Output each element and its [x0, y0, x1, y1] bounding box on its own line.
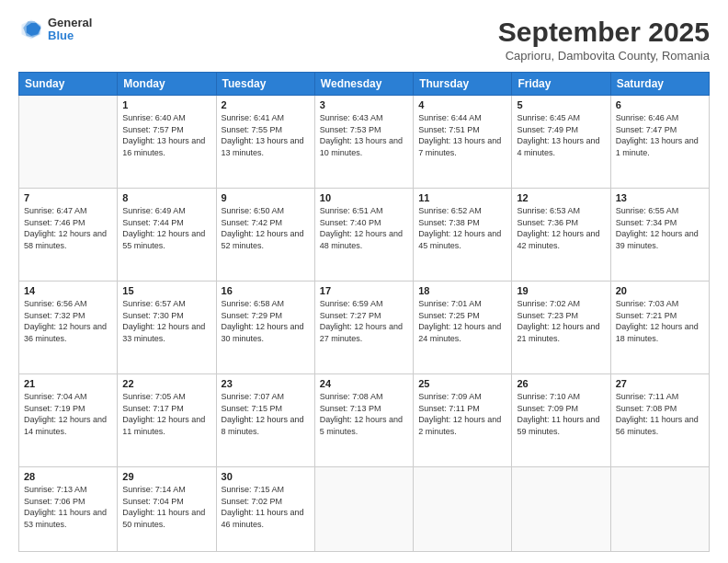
day-info: Sunrise: 7:09 AMSunset: 7:11 PMDaylight:… — [418, 391, 506, 437]
table-row: 4Sunrise: 6:44 AMSunset: 7:51 PMDaylight… — [414, 96, 512, 189]
day-info: Sunrise: 6:43 AMSunset: 7:53 PMDaylight:… — [320, 112, 408, 158]
day-info: Sunrise: 6:58 AMSunset: 7:29 PMDaylight:… — [222, 298, 310, 344]
day-number: 22 — [122, 378, 210, 389]
day-number: 23 — [222, 378, 310, 389]
day-info: Sunrise: 6:41 AMSunset: 7:55 PMDaylight:… — [222, 112, 310, 158]
table-row: 3Sunrise: 6:43 AMSunset: 7:53 PMDaylight… — [314, 96, 413, 189]
col-tuesday: Tuesday — [216, 73, 314, 96]
day-info: Sunrise: 7:10 AMSunset: 7:09 PMDaylight:… — [517, 391, 605, 437]
table-row: 17Sunrise: 6:59 AMSunset: 7:27 PMDayligh… — [314, 282, 413, 374]
day-number: 20 — [616, 285, 704, 296]
day-number: 17 — [320, 285, 408, 296]
col-thursday: Thursday — [414, 73, 512, 96]
logo-blue: Blue — [48, 29, 92, 42]
table-row: 22Sunrise: 7:05 AMSunset: 7:17 PMDayligh… — [118, 374, 216, 467]
table-row — [314, 467, 413, 552]
table-row: 7Sunrise: 6:47 AMSunset: 7:46 PMDaylight… — [19, 189, 118, 282]
day-info: Sunrise: 7:05 AMSunset: 7:17 PMDaylight:… — [122, 391, 210, 437]
day-info: Sunrise: 6:51 AMSunset: 7:40 PMDaylight:… — [320, 205, 408, 251]
table-row: 11Sunrise: 6:52 AMSunset: 7:38 PMDayligh… — [414, 189, 512, 282]
day-info: Sunrise: 6:49 AMSunset: 7:44 PMDaylight:… — [122, 205, 210, 251]
day-info: Sunrise: 6:52 AMSunset: 7:38 PMDaylight:… — [418, 205, 506, 251]
day-number: 12 — [517, 192, 605, 203]
day-info: Sunrise: 6:50 AMSunset: 7:42 PMDaylight:… — [222, 205, 310, 251]
day-number: 4 — [418, 99, 506, 110]
table-row: 14Sunrise: 6:56 AMSunset: 7:32 PMDayligh… — [19, 282, 118, 374]
day-info: Sunrise: 7:04 AMSunset: 7:19 PMDaylight:… — [24, 391, 112, 437]
table-row: 13Sunrise: 6:55 AMSunset: 7:34 PMDayligh… — [610, 189, 709, 282]
header: General Blue September 2025 Caprioru, Da… — [18, 17, 710, 63]
day-info: Sunrise: 6:55 AMSunset: 7:34 PMDaylight:… — [616, 205, 704, 251]
day-number: 2 — [222, 99, 310, 110]
calendar-page: General Blue September 2025 Caprioru, Da… — [0, 0, 728, 563]
day-number: 29 — [122, 471, 210, 482]
table-row: 27Sunrise: 7:11 AMSunset: 7:08 PMDayligh… — [610, 374, 709, 467]
title-section: September 2025 Caprioru, Dambovita Count… — [498, 17, 710, 63]
subtitle: Caprioru, Dambovita County, Romania — [498, 49, 710, 63]
table-row: 18Sunrise: 7:01 AMSunset: 7:25 PMDayligh… — [414, 282, 512, 374]
table-row: 6Sunrise: 6:46 AMSunset: 7:47 PMDaylight… — [610, 96, 709, 189]
table-row: 21Sunrise: 7:04 AMSunset: 7:19 PMDayligh… — [19, 374, 118, 467]
day-number: 14 — [24, 285, 112, 296]
day-number: 27 — [616, 378, 704, 389]
table-row: 25Sunrise: 7:09 AMSunset: 7:11 PMDayligh… — [414, 374, 512, 467]
table-row: 26Sunrise: 7:10 AMSunset: 7:09 PMDayligh… — [512, 374, 610, 467]
day-number: 16 — [222, 285, 310, 296]
day-info: Sunrise: 6:40 AMSunset: 7:57 PMDaylight:… — [122, 112, 210, 158]
col-saturday: Saturday — [610, 73, 709, 96]
day-number: 5 — [517, 99, 605, 110]
table-row: 5Sunrise: 6:45 AMSunset: 7:49 PMDaylight… — [512, 96, 610, 189]
table-row: 16Sunrise: 6:58 AMSunset: 7:29 PMDayligh… — [216, 282, 314, 374]
day-number: 26 — [517, 378, 605, 389]
col-sunday: Sunday — [19, 73, 118, 96]
col-friday: Friday — [512, 73, 610, 96]
day-number: 19 — [517, 285, 605, 296]
day-number: 28 — [24, 471, 112, 482]
day-number: 6 — [616, 99, 704, 110]
day-number: 24 — [320, 378, 408, 389]
table-row — [512, 467, 610, 552]
day-number: 21 — [24, 378, 112, 389]
table-row: 30Sunrise: 7:15 AMSunset: 7:02 PMDayligh… — [216, 467, 314, 552]
day-info: Sunrise: 6:59 AMSunset: 7:27 PMDaylight:… — [320, 298, 408, 344]
day-info: Sunrise: 6:44 AMSunset: 7:51 PMDaylight:… — [418, 112, 506, 158]
day-info: Sunrise: 6:46 AMSunset: 7:47 PMDaylight:… — [616, 112, 704, 158]
logo-general: General — [48, 17, 92, 29]
table-row: 10Sunrise: 6:51 AMSunset: 7:40 PMDayligh… — [314, 189, 413, 282]
day-info: Sunrise: 6:47 AMSunset: 7:46 PMDaylight:… — [24, 205, 112, 251]
calendar-table: Sunday Monday Tuesday Wednesday Thursday… — [18, 72, 710, 552]
day-number: 3 — [320, 99, 408, 110]
table-row: 1Sunrise: 6:40 AMSunset: 7:57 PMDaylight… — [118, 96, 216, 189]
table-row: 20Sunrise: 7:03 AMSunset: 7:21 PMDayligh… — [610, 282, 709, 374]
day-info: Sunrise: 7:13 AMSunset: 7:06 PMDaylight:… — [24, 484, 112, 530]
logo: General Blue — [18, 17, 92, 43]
day-number: 15 — [122, 285, 210, 296]
day-info: Sunrise: 7:11 AMSunset: 7:08 PMDaylight:… — [616, 391, 704, 437]
day-info: Sunrise: 6:57 AMSunset: 7:30 PMDaylight:… — [122, 298, 210, 344]
table-row: 15Sunrise: 6:57 AMSunset: 7:30 PMDayligh… — [118, 282, 216, 374]
table-row — [19, 96, 118, 189]
day-info: Sunrise: 7:02 AMSunset: 7:23 PMDaylight:… — [517, 298, 605, 344]
table-row: 9Sunrise: 6:50 AMSunset: 7:42 PMDaylight… — [216, 189, 314, 282]
table-row: 12Sunrise: 6:53 AMSunset: 7:36 PMDayligh… — [512, 189, 610, 282]
day-info: Sunrise: 7:01 AMSunset: 7:25 PMDaylight:… — [418, 298, 506, 344]
day-number: 25 — [418, 378, 506, 389]
logo-text: General Blue — [48, 17, 92, 43]
table-row: 19Sunrise: 7:02 AMSunset: 7:23 PMDayligh… — [512, 282, 610, 374]
col-wednesday: Wednesday — [314, 73, 413, 96]
logo-icon — [18, 17, 44, 42]
day-number: 9 — [222, 192, 310, 203]
day-info: Sunrise: 7:15 AMSunset: 7:02 PMDaylight:… — [222, 484, 310, 530]
day-number: 7 — [24, 192, 112, 203]
day-info: Sunrise: 7:03 AMSunset: 7:21 PMDaylight:… — [616, 298, 704, 344]
day-number: 18 — [418, 285, 506, 296]
table-row: 2Sunrise: 6:41 AMSunset: 7:55 PMDaylight… — [216, 96, 314, 189]
day-number: 13 — [616, 192, 704, 203]
day-number: 11 — [418, 192, 506, 203]
day-info: Sunrise: 7:07 AMSunset: 7:15 PMDaylight:… — [222, 391, 310, 437]
calendar-header-row: Sunday Monday Tuesday Wednesday Thursday… — [19, 73, 710, 96]
col-monday: Monday — [118, 73, 216, 96]
day-number: 30 — [222, 471, 310, 482]
month-title: September 2025 — [498, 17, 710, 47]
table-row: 8Sunrise: 6:49 AMSunset: 7:44 PMDaylight… — [118, 189, 216, 282]
